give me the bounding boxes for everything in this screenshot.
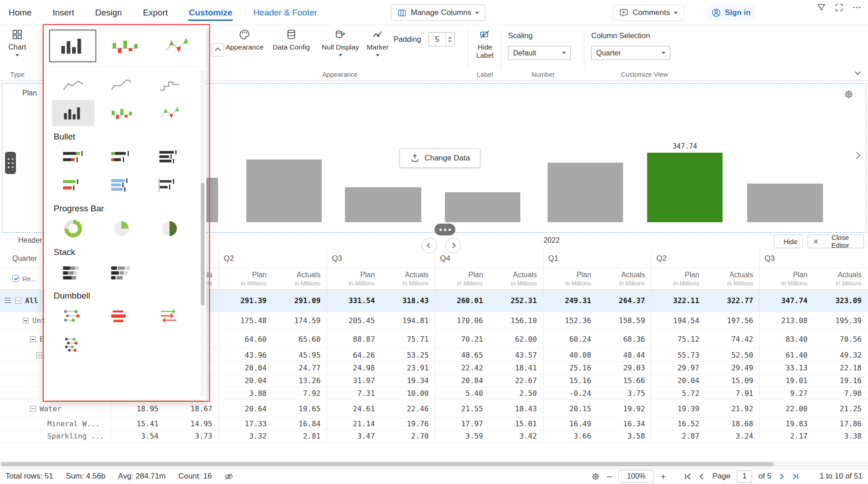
comments-button[interactable]: Comments: [613, 5, 684, 21]
table-row[interactable]: Mineral W...15.4114.9517.3316.8421.1419.…: [0, 418, 868, 430]
table-cell[interactable]: 331.54: [327, 289, 381, 311]
table-cell[interactable]: 75.71: [381, 330, 435, 349]
table-cell[interactable]: 29.49: [706, 361, 760, 374]
table-cell[interactable]: 15.66: [598, 374, 652, 387]
table-cell[interactable]: 49.32: [814, 349, 868, 361]
widget-drag-handle[interactable]: [5, 152, 16, 174]
table-cell[interactable]: 48.65: [435, 349, 489, 361]
bar[interactable]: [747, 184, 823, 222]
table-cell[interactable]: 156.10: [489, 311, 544, 330]
table-cell[interactable]: 24.98: [327, 361, 381, 374]
bullet-type-1[interactable]: [52, 144, 95, 170]
chart-type-curve[interactable]: [100, 72, 143, 98]
table-cell[interactable]: 31.97: [327, 374, 381, 387]
column-selection-select[interactable]: Quarter: [591, 46, 670, 60]
last-page-button[interactable]: [792, 473, 799, 480]
table-cell[interactable]: 17.86: [814, 418, 868, 430]
row-label[interactable]: Sparkling ...: [0, 430, 111, 442]
table-cell[interactable]: 16.84: [273, 418, 327, 430]
hidden-rows-icon[interactable]: [224, 473, 233, 480]
table-cell[interactable]: 291.39: [219, 289, 273, 311]
table-cell[interactable]: 2.70: [381, 430, 435, 442]
manage-columns-button[interactable]: Manage Columns: [391, 5, 485, 21]
measure-header[interactable]: Actualsin Millions: [381, 268, 435, 289]
table-cell[interactable]: 175.48: [219, 311, 273, 330]
table-cell[interactable]: 70.56: [814, 330, 868, 349]
table-cell[interactable]: 3.32: [219, 430, 273, 442]
table-cell[interactable]: 195.39: [814, 311, 868, 330]
table-cell[interactable]: 53.25: [381, 349, 435, 361]
table-cell[interactable]: 55.73: [652, 349, 706, 361]
measure-header[interactable]: Planin Millions: [544, 268, 598, 289]
table-cell[interactable]: 194.81: [381, 311, 435, 330]
bullet-type-4[interactable]: [52, 172, 95, 198]
filter-icon[interactable]: [817, 3, 826, 12]
table-cell[interactable]: 20.04: [652, 374, 706, 387]
table-cell[interactable]: 74.42: [706, 330, 760, 349]
ribbon-collapse-button[interactable]: [856, 68, 860, 76]
table-cell[interactable]: 3.42: [489, 430, 544, 442]
hide-label-button[interactable]: Hide Label: [471, 29, 499, 60]
table-cell[interactable]: -0.24: [544, 387, 598, 399]
bar[interactable]: [246, 160, 322, 222]
quarter-header[interactable]: Q2: [652, 249, 760, 268]
table-cell[interactable]: 318.43: [381, 289, 435, 311]
table-cell[interactable]: 65.60: [273, 330, 327, 349]
marker-button[interactable]: Marker: [364, 29, 391, 56]
table-cell[interactable]: 19.34: [381, 374, 435, 387]
table-cell[interactable]: 152.36: [544, 311, 598, 330]
table-cell[interactable]: 19.16: [814, 374, 868, 387]
sign-in-button[interactable]: Sign in: [707, 5, 755, 21]
quarter-header[interactable]: Q3: [760, 249, 868, 268]
bar[interactable]: [345, 187, 421, 222]
table-cell[interactable]: 22.18: [814, 361, 868, 374]
table-cell[interactable]: 158.59: [598, 311, 652, 330]
dropdown-scrollbar-thumb[interactable]: [201, 183, 205, 305]
table-cell[interactable]: 68.36: [598, 330, 652, 349]
table-cell[interactable]: 18.43: [489, 399, 544, 418]
data-config-button[interactable]: Data Config: [268, 29, 314, 51]
chart-type-column-selected[interactable]: [52, 100, 95, 126]
dumbbell-type-4[interactable]: [52, 331, 95, 357]
table-cell[interactable]: 15.41: [111, 418, 165, 430]
table-cell[interactable]: 21.92: [706, 399, 760, 418]
table-cell[interactable]: 3.59: [435, 430, 489, 442]
chart-type-variance-columns[interactable]: [100, 100, 143, 126]
chart-type-button[interactable]: Chart: [4, 29, 31, 56]
quarter-header[interactable]: Q1: [544, 249, 652, 268]
zoom-level-input[interactable]: [619, 470, 654, 483]
appearance-button[interactable]: Appearance: [224, 29, 265, 51]
tab-customize[interactable]: Customize: [188, 1, 233, 25]
gallery-item-variance-columns[interactable]: [101, 30, 148, 62]
table-cell[interactable]: 14.95: [165, 418, 219, 430]
table-cell[interactable]: 213.08: [760, 311, 814, 330]
checkbox-icon[interactable]: [12, 275, 19, 282]
measure-header[interactable]: Actualsin Millions: [273, 268, 327, 289]
table-cell[interactable]: 64.60: [219, 330, 273, 349]
table-cell[interactable]: 194.54: [652, 311, 706, 330]
table-cell[interactable]: 5.72: [652, 387, 706, 399]
widget-options-pill[interactable]: [434, 224, 455, 235]
table-cell[interactable]: 15.16: [544, 374, 598, 387]
padding-spinner[interactable]: [445, 33, 454, 46]
table-cell[interactable]: 20.64: [219, 399, 273, 418]
expand-icon[interactable]: [834, 3, 844, 12]
progress-type-half[interactable]: [148, 215, 191, 242]
quarter-header[interactable]: Q3: [327, 249, 435, 268]
table-cell[interactable]: 21.25: [814, 399, 868, 418]
null-display-button[interactable]: Null Display: [317, 29, 364, 56]
table-cell[interactable]: 3.88: [219, 387, 273, 399]
measure-header[interactable]: Actualsin Millions: [489, 268, 544, 289]
tab-design[interactable]: Design: [95, 1, 122, 25]
table-cell[interactable]: 48.44: [598, 349, 652, 361]
dropdown-scrollbar[interactable]: [200, 69, 205, 397]
table-cell[interactable]: 17.97: [435, 418, 489, 430]
table-cell[interactable]: 88.87: [327, 330, 381, 349]
settings-gear-icon[interactable]: [591, 472, 600, 481]
table-cell[interactable]: 62.00: [489, 330, 544, 349]
tab-home[interactable]: Home: [8, 1, 32, 25]
zoom-out-button[interactable]: −: [607, 472, 612, 481]
table-cell[interactable]: 61.40: [760, 349, 814, 361]
table-cell[interactable]: 7.31: [327, 387, 381, 399]
table-cell[interactable]: 249.31: [544, 289, 598, 311]
